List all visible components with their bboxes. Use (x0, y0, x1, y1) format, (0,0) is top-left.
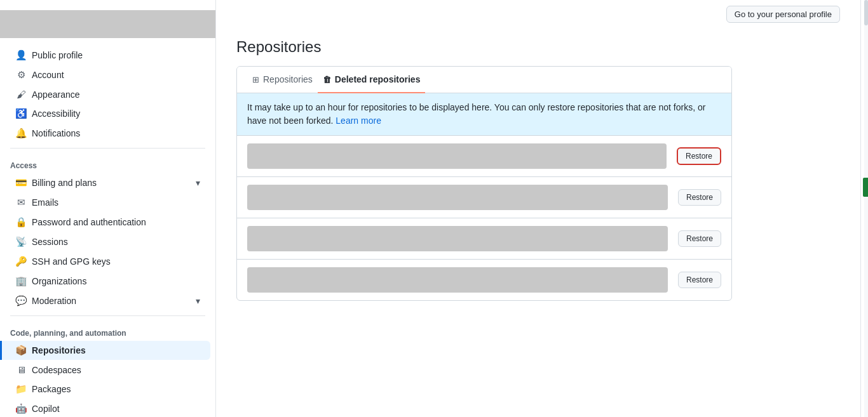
tabs-header: ⊞ Repositories 🗑 Deleted repositories (237, 67, 731, 93)
moderation-chevron: ▾ (196, 296, 200, 306)
tab-deleted-label: Deleted repositories (335, 74, 421, 84)
restore-button[interactable]: Restore (678, 272, 721, 288)
table-row: Restore (237, 136, 731, 177)
sessions-icon: 📡 (15, 236, 27, 248)
tab-repositories[interactable]: ⊞ Repositories (247, 67, 318, 93)
public-profile-label: Public profile (32, 50, 83, 60)
table-row: Restore (237, 218, 731, 260)
sidebar-item-organizations[interactable]: 🏢Organizations (5, 272, 210, 291)
tabs-card: ⊞ Repositories 🗑 Deleted repositories It… (236, 66, 732, 301)
copilot-icon: 🤖 (15, 403, 27, 414)
organizations-icon: 🏢 (15, 275, 27, 287)
ssh-gpg-icon: 🔑 (15, 256, 27, 267)
emails-label: Emails (32, 197, 58, 208)
sidebar-item-public-profile[interactable]: 👤Public profile (5, 46, 210, 65)
learn-more-link[interactable]: Learn more (336, 116, 381, 126)
sidebar-item-codespaces[interactable]: 🖥Codespaces (5, 361, 210, 379)
info-banner: It may take up to an hour for repositori… (237, 93, 731, 136)
access-nav: 💳Billing and plans▾✉Emails🔒Password and … (0, 173, 215, 310)
tab-repositories-label: Repositories (263, 74, 313, 84)
ssh-gpg-label: SSH and GPG keys (32, 256, 111, 267)
repo-list: RestoreRestoreRestoreRestore (237, 136, 731, 300)
main-content: Repositories ⊞ Repositories 🗑 Deleted re… (216, 0, 860, 417)
scrollbar-thumb (864, 0, 868, 25)
repo-tab-icon: ⊞ (252, 75, 259, 84)
sidebar-item-packages[interactable]: 📁Packages (5, 380, 210, 399)
sidebar-item-copilot[interactable]: 🤖Copilot (5, 399, 210, 417)
sidebar-item-billing[interactable]: 💳Billing and plans▾ (5, 173, 210, 192)
billing-chevron: ▾ (196, 178, 200, 188)
sidebar-item-moderation[interactable]: 💬Moderation▾ (5, 291, 210, 310)
scrollbar-track (864, 0, 868, 417)
code-section-label: Code, planning, and automation (0, 321, 215, 340)
codespaces-label: Codespaces (32, 365, 81, 375)
top-nav: 👤Public profile⚙Account🖌Appearance♿Acces… (0, 46, 215, 143)
sidebar-item-accessibility[interactable]: ♿Accessibility (5, 104, 210, 123)
packages-icon: 📁 (15, 383, 27, 395)
repo-info-placeholder (247, 267, 668, 293)
sidebar-item-appearance[interactable]: 🖌Appearance (5, 85, 210, 103)
packages-label: Packages (32, 384, 71, 394)
page-title: Repositories (236, 38, 840, 56)
sidebar-logo (0, 10, 215, 38)
repo-info-placeholder (247, 226, 668, 251)
moderation-label: Moderation (32, 296, 76, 306)
sidebar-item-ssh-gpg[interactable]: 🔑SSH and GPG keys (5, 252, 210, 271)
right-scrollbar[interactable] (860, 0, 868, 417)
repo-info-placeholder (247, 185, 668, 210)
table-row: Restore (237, 260, 731, 300)
scrollbar-indicator (863, 178, 868, 197)
restore-button[interactable]: Restore (677, 147, 721, 165)
billing-label: Billing and plans (32, 178, 97, 188)
sidebar-item-emails[interactable]: ✉Emails (5, 193, 210, 212)
info-banner-text: It may take up to an hour for repositori… (247, 102, 705, 126)
deleted-tab-icon: 🗑 (323, 75, 331, 84)
sidebar-item-sessions[interactable]: 📡Sessions (5, 232, 210, 251)
restore-button[interactable]: Restore (678, 189, 721, 206)
notifications-label: Notifications (32, 128, 80, 138)
sidebar-item-password[interactable]: 🔒Password and authentication (5, 213, 210, 232)
codespaces-icon: 🖥 (15, 364, 27, 375)
public-profile-icon: 👤 (15, 50, 27, 61)
tab-deleted-repositories[interactable]: 🗑 Deleted repositories (318, 67, 426, 93)
organizations-label: Organizations (32, 276, 86, 286)
sidebar: 👤Public profile⚙Account🖌Appearance♿Acces… (0, 0, 216, 417)
password-label: Password and authentication (32, 217, 146, 227)
repositories-label: Repositories (32, 345, 86, 355)
password-icon: 🔒 (15, 216, 27, 228)
access-section-label: Access (0, 154, 215, 173)
accessibility-icon: ♿ (15, 108, 27, 119)
sidebar-item-repositories[interactable]: 📦Repositories (0, 341, 210, 360)
notifications-icon: 🔔 (15, 128, 27, 139)
sidebar-item-account[interactable]: ⚙Account (5, 65, 210, 84)
accessibility-label: Accessibility (32, 109, 80, 119)
go-to-profile-button[interactable]: Go to your personal profile (726, 6, 840, 23)
moderation-icon: 💬 (15, 295, 27, 307)
appearance-icon: 🖌 (15, 89, 27, 100)
access-divider (10, 315, 205, 316)
sidebar-item-notifications[interactable]: 🔔Notifications (5, 124, 210, 143)
account-label: Account (32, 70, 64, 80)
restore-button[interactable]: Restore (678, 230, 721, 247)
table-row: Restore (237, 177, 731, 218)
code-nav: 📦Repositories🖥Codespaces📁Packages🤖Copilo… (0, 341, 215, 417)
repo-info-placeholder (247, 143, 667, 169)
account-icon: ⚙ (15, 69, 27, 81)
copilot-label: Copilot (32, 404, 60, 414)
sessions-label: Sessions (32, 237, 68, 247)
top-bar: Go to your personal profile (432, 0, 860, 28)
emails-icon: ✉ (15, 197, 27, 208)
appearance-label: Appearance (32, 89, 80, 100)
nav-divider (10, 148, 205, 149)
billing-icon: 💳 (15, 177, 27, 189)
repositories-icon: 📦 (15, 345, 27, 356)
